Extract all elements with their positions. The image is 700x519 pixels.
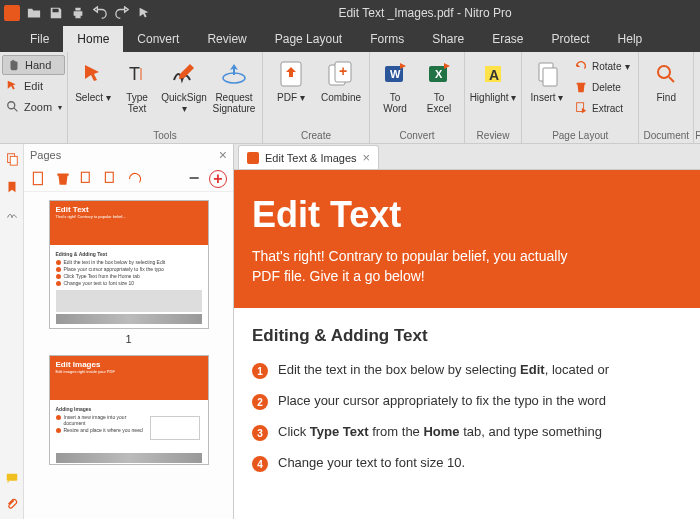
title-bar: Edit Text _Images.pdf - Nitro Pro	[0, 0, 700, 26]
svg-rect-21	[81, 172, 89, 182]
quicksign-button[interactable]: QuickSign ▾	[160, 54, 208, 114]
group-review: AHighlight ▾ Review	[465, 52, 522, 143]
doc-content: Editing & Adding Text 1Edit the text in …	[234, 308, 700, 504]
list-item: 1Edit the text in the box below by selec…	[252, 362, 682, 379]
tab-file[interactable]: File	[16, 26, 63, 52]
group-tools: Select ▾ TType Text QuickSign ▾ Request …	[68, 52, 263, 143]
print-icon[interactable]	[68, 3, 88, 23]
rotate-button[interactable]: Rotate ▾	[570, 56, 634, 76]
document-tab-close-icon[interactable]: ×	[363, 150, 371, 165]
pages-toolbar: − +	[24, 166, 233, 192]
doc-subheading: Editing & Adding Text	[252, 326, 682, 346]
list-item: 3Click Type Text from the Home tab, and …	[252, 424, 682, 441]
ribbon-tab-bar: File Home Convert Review Page Layout For…	[0, 26, 700, 52]
attachments-icon[interactable]	[3, 495, 21, 513]
ribbon: Hand Edit Zoom▾ Select ▾ TType Text Quic…	[0, 52, 700, 144]
tab-protect[interactable]: Protect	[538, 26, 604, 52]
tab-convert[interactable]: Convert	[123, 26, 193, 52]
hand-tool-button[interactable]: Hand	[2, 55, 65, 75]
redo-icon[interactable]	[112, 3, 132, 23]
edit-tool-button[interactable]: Edit	[2, 76, 65, 96]
group-convert-label: Convert	[399, 130, 434, 143]
tab-home[interactable]: Home	[63, 26, 123, 52]
list-item: 4Change your text to font size 10.	[252, 455, 682, 472]
page-thumb-1[interactable]: Edit TextThat's right! Contrary to popul…	[49, 200, 209, 329]
group-fav: Fav	[694, 52, 700, 143]
pages-panel-header: Pages ×	[24, 144, 233, 166]
svg-point-16	[658, 66, 670, 78]
svg-rect-14	[543, 68, 557, 86]
signatures-icon[interactable]	[3, 206, 21, 224]
group-fav-label: Fav	[695, 130, 700, 143]
pdf-tab-icon	[247, 152, 259, 164]
page-number-1: 1	[32, 333, 225, 345]
pdf-button[interactable]: PDF ▾	[267, 54, 315, 103]
doc-title: Edit Text	[252, 194, 682, 236]
select-button[interactable]: Select ▾	[72, 54, 114, 103]
document-tab[interactable]: Edit Text & Images ×	[238, 145, 379, 169]
group-create-label: Create	[301, 130, 331, 143]
combine-button[interactable]: +Combine	[317, 54, 365, 103]
to-excel-button[interactable]: XTo Excel	[418, 54, 460, 114]
document-view[interactable]: Edit Text That's right! Contrary to popu…	[234, 170, 700, 519]
extract-button[interactable]: Extract	[570, 98, 634, 118]
page-thumb-2[interactable]: Edit ImagesEdit images right inside your…	[49, 355, 209, 465]
to-word-button[interactable]: WTo Word	[374, 54, 416, 114]
pages-rotate-icon[interactable]	[126, 170, 144, 188]
type-text-button[interactable]: TType Text	[116, 54, 158, 114]
find-button[interactable]: Find	[645, 54, 687, 103]
list-item: 2Place your cursor appropriately to fix …	[252, 393, 682, 410]
svg-text:A: A	[489, 67, 499, 83]
highlight-button[interactable]: AHighlight ▾	[469, 54, 517, 103]
tab-forms[interactable]: Forms	[356, 26, 418, 52]
request-signature-button[interactable]: Request Signature	[210, 54, 258, 114]
tab-erase[interactable]: Erase	[478, 26, 537, 52]
pages-panel: Pages × − + Edit TextThat's right! Contr…	[24, 144, 234, 519]
document-tab-bar: Edit Text & Images ×	[234, 144, 700, 170]
pages-extract-icon[interactable]	[78, 170, 96, 188]
left-rail	[0, 144, 24, 519]
svg-text:W: W	[390, 68, 401, 80]
svg-rect-22	[105, 172, 113, 182]
pages-panel-title: Pages	[30, 149, 61, 161]
group-document: Find Document	[639, 52, 694, 143]
group-document-label: Document	[643, 130, 689, 143]
undo-icon[interactable]	[90, 3, 110, 23]
quick-access-toolbar	[24, 3, 154, 23]
svg-rect-19	[6, 474, 17, 481]
svg-rect-18	[10, 156, 17, 165]
svg-text:T: T	[129, 64, 140, 84]
pages-delete-icon[interactable]	[54, 170, 72, 188]
group-review-label: Review	[477, 130, 510, 143]
tab-help[interactable]: Help	[604, 26, 657, 52]
group-create: PDF ▾ +Combine Create	[263, 52, 370, 143]
pages-replace-icon[interactable]	[102, 170, 120, 188]
thumb-zoom-in-icon[interactable]: +	[209, 170, 227, 188]
bookmarks-icon[interactable]	[3, 178, 21, 196]
document-tab-label: Edit Text & Images	[265, 152, 357, 164]
tab-share[interactable]: Share	[418, 26, 478, 52]
group-convert: WTo Word XTo Excel Convert	[370, 52, 465, 143]
svg-point-0	[8, 102, 15, 109]
document-area: Edit Text & Images × Edit Text That's ri…	[234, 144, 700, 519]
group-tools-label: Tools	[153, 130, 176, 143]
group-page-layout-label: Page Layout	[552, 130, 608, 143]
comments-icon[interactable]	[3, 469, 21, 487]
window-title: Edit Text _Images.pdf - Nitro Pro	[154, 6, 696, 20]
tab-review[interactable]: Review	[193, 26, 260, 52]
thumbs-list[interactable]: Edit TextThat's right! Contrary to popul…	[24, 192, 233, 519]
app-logo-icon	[4, 5, 20, 21]
delete-button[interactable]: Delete	[570, 77, 634, 97]
insert-button[interactable]: Insert ▾	[526, 54, 568, 103]
group-page-layout: Insert ▾ Rotate ▾ Delete Extract Page La…	[522, 52, 639, 143]
tab-page-layout[interactable]: Page Layout	[261, 26, 356, 52]
pages-panel-close-icon[interactable]: ×	[219, 147, 227, 163]
save-icon[interactable]	[46, 3, 66, 23]
zoom-tool-button[interactable]: Zoom▾	[2, 97, 65, 117]
cursor-icon[interactable]	[134, 3, 154, 23]
thumb-zoom-out-icon[interactable]: −	[185, 170, 203, 188]
pages-insert-icon[interactable]	[30, 170, 48, 188]
svg-rect-20	[33, 172, 42, 184]
open-icon[interactable]	[24, 3, 44, 23]
pages-panel-icon[interactable]	[3, 150, 21, 168]
